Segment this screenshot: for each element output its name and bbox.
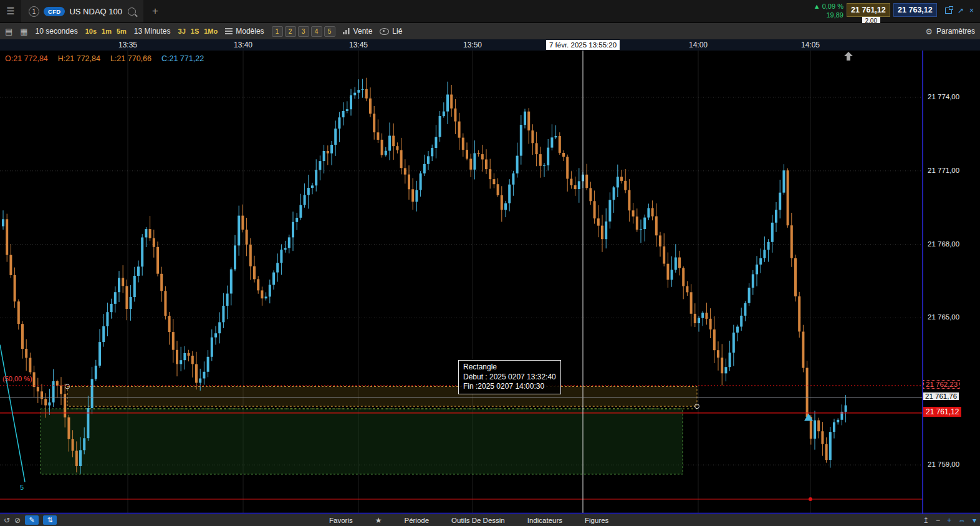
time-axis-tick: 13:50 <box>463 41 482 49</box>
popout-icon[interactable] <box>945 7 952 14</box>
sort-updown-icon[interactable]: ⇅ <box>43 515 57 525</box>
range-shortcut-1S[interactable]: 1S <box>191 27 199 35</box>
change-percent: 0,09 % <box>822 2 843 10</box>
hamburger-menu-icon[interactable]: ☰ <box>0 6 21 17</box>
undo-icon[interactable]: ↺ <box>4 516 10 525</box>
open-external-icon[interactable]: ↗ <box>958 6 964 15</box>
eye-icon <box>380 28 389 35</box>
high-label: H: <box>58 54 66 63</box>
grid-view-icon[interactable]: ▦ <box>20 27 27 36</box>
chart-toolbar: ▤ ▦ 10 secondes 10s1m5m 13 Minutes 3J1S1… <box>0 23 980 39</box>
range-shortcut-1Mo[interactable]: 1Mo <box>204 27 218 35</box>
pencil-icon[interactable]: ✎ <box>25 515 39 525</box>
bottom-right-tools: ↥ − + ⇔ ▾ <box>923 516 976 525</box>
bottom-tab-indicateurs[interactable]: Indicateurs <box>527 517 562 524</box>
time-axis: 7 févr. 2025 13:55:20 13:3513:4013:4513:… <box>0 39 980 51</box>
gear-icon: ⚙ <box>925 27 933 36</box>
search-icon[interactable] <box>128 7 136 16</box>
cfd-badge: CFD <box>44 7 65 16</box>
ask-price-button[interactable]: 21 763,12 <box>893 3 937 17</box>
close-icon[interactable]: × <box>969 6 974 15</box>
list-view-icon[interactable]: ▤ <box>5 27 12 36</box>
timeframe-shortcuts: 10s1m5m <box>85 27 127 35</box>
template-slot-3[interactable]: 3 <box>298 26 309 37</box>
tooltip-title: Rectangle <box>463 363 556 373</box>
ohlc-readout: O:21 772,84 H:21 772,84 L:21 770,66 C:21… <box>5 54 204 63</box>
zoom-in-button[interactable]: + <box>947 516 951 525</box>
fib-percent-label: (50,00 %) <box>2 375 32 382</box>
fib-price-tag[interactable]: 21 762,23 <box>923 380 960 389</box>
chart-number-badge: 1 <box>29 6 39 17</box>
sell-button[interactable]: Vente <box>343 27 373 36</box>
low-value: 21 770,66 <box>117 54 151 63</box>
timeframe-shortcut-1m[interactable]: 1m <box>102 27 112 35</box>
template-slot-4[interactable]: 4 <box>311 26 322 37</box>
time-axis-tick: 13:35 <box>118 41 137 49</box>
bottom-toolbar: ↺ ⊘ ✎ ⇅ Favoris★PériodeOutils De DessinI… <box>0 514 980 526</box>
low-label: L: <box>110 54 117 63</box>
open-value: 21 772,84 <box>13 54 48 63</box>
candlestick-plot[interactable] <box>0 51 980 514</box>
timeframe-shortcut-5m[interactable]: 5m <box>117 27 127 35</box>
linked-label: Lié <box>392 27 402 36</box>
crosshair-price-tag: 21 761,76 <box>923 392 959 400</box>
erase-mode-icon[interactable]: ⊘ <box>14 516 21 525</box>
zoom-out-button[interactable]: − <box>936 516 940 525</box>
countdown-label[interactable]: 13 Minutes <box>134 27 171 36</box>
price-axis-label: 21 771,00 <box>928 167 959 174</box>
share-icon[interactable]: ↥ <box>923 516 929 525</box>
template-slot-group: 12345 <box>272 26 335 37</box>
sell-label: Vente <box>353 27 373 36</box>
bottom-tab-favoris[interactable]: Favoris <box>329 517 353 524</box>
templates-label: Modèles <box>236 27 264 36</box>
bottom-left-tools: ↺ ⊘ ✎ ⇅ <box>0 515 57 525</box>
new-tab-button[interactable]: + <box>152 5 158 17</box>
settings-button[interactable]: ⚙ Paramètres <box>925 27 975 36</box>
high-value: 21 772,84 <box>65 54 100 63</box>
timeframe-current[interactable]: 10 secondes <box>36 27 78 36</box>
trendline-number-label: 5 <box>20 484 24 491</box>
triangle-up-icon: ▲ <box>814 2 820 10</box>
bar-spacing-icon[interactable]: ⇔ <box>958 516 966 525</box>
bottom-tab-période[interactable]: Période <box>404 517 429 524</box>
change-block: ▲ 0,09 % 19,89 <box>807 2 843 20</box>
template-slot-5[interactable]: 5 <box>324 26 335 37</box>
instrument-name: US NDAQ 100 <box>69 7 122 16</box>
instrument-tab[interactable]: 1 CFD US NDAQ 100 <box>21 0 143 22</box>
timeframe-shortcut-10s[interactable]: 10s <box>85 27 97 35</box>
price-axis-label: 21 765,00 <box>928 313 959 321</box>
close-label: C: <box>161 54 170 63</box>
template-slot-2[interactable]: 2 <box>285 26 296 37</box>
time-axis-tick: 14:05 <box>801 41 820 49</box>
window-controls: ↗ × <box>945 6 974 15</box>
price-axis-label: 21 774,00 <box>928 93 959 100</box>
drawing-tooltip: Rectangle Début : 2025 0207 13:32:40 Fin… <box>458 360 561 394</box>
time-axis-tick: 14:00 <box>689 41 708 49</box>
open-label: O: <box>5 54 13 63</box>
change-absolute: 19,89 <box>826 11 843 19</box>
top-bar: ☰ 1 CFD US NDAQ 100 + ▲ 0,09 % 19,89 21 … <box>0 0 980 23</box>
price-axis-label: 21 759,00 <box>928 460 959 468</box>
bottom-tab-figures[interactable]: Figures <box>585 517 608 524</box>
bottom-tab-group: Favoris★PériodeOutils De DessinIndicateu… <box>329 516 608 525</box>
scale-menu-icon[interactable]: ▾ <box>973 516 976 525</box>
bottom-tab-outils-de-dessin[interactable]: Outils De Dessin <box>451 517 505 524</box>
range-shortcut-3J[interactable]: 3J <box>178 27 186 35</box>
settings-label: Paramètres <box>936 27 975 36</box>
time-axis-tick: 13:40 <box>234 41 252 49</box>
last-price-tag: 21 761,12 <box>923 407 961 417</box>
quote-panel: ▲ 0,09 % 19,89 21 761,12 21 763,12 ↗ × <box>807 0 976 22</box>
sell-chart-icon <box>343 28 350 34</box>
template-slot-1[interactable]: 1 <box>272 26 283 37</box>
templates-icon <box>225 28 233 34</box>
crosshair-time-label: 7 févr. 2025 13:55:20 <box>546 40 620 50</box>
range-shortcuts: 3J1S1Mo <box>178 27 218 35</box>
bid-price-button[interactable]: 21 761,12 <box>847 3 890 17</box>
linked-button[interactable]: Lié <box>380 27 402 36</box>
close-value: 21 771,22 <box>169 54 204 63</box>
favorites-star-icon[interactable]: ★ <box>375 516 382 525</box>
tooltip-end: Fin :2025 0207 14:00:30 <box>463 382 556 392</box>
templates-button[interactable]: Modèles <box>225 27 264 36</box>
tooltip-start: Début : 2025 0207 13:32:40 <box>463 373 556 382</box>
price-axis-label: 21 768,00 <box>928 240 959 248</box>
